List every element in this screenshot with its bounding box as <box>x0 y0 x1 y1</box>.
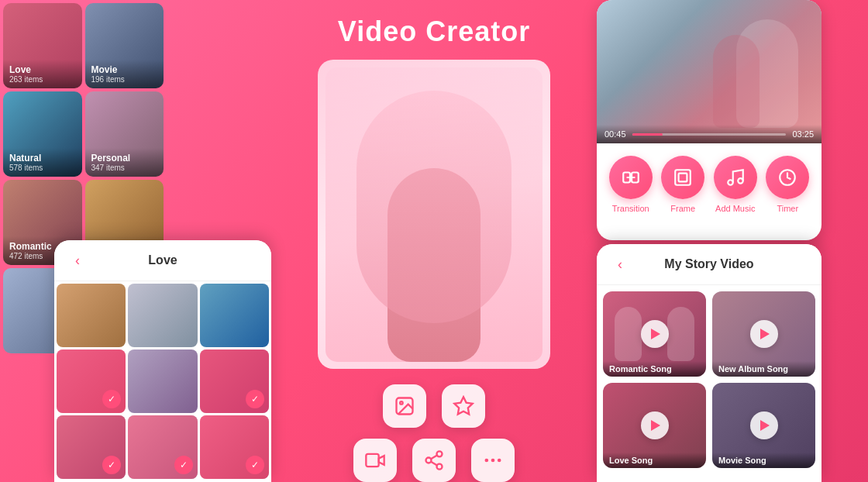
thumbnail-image <box>597 0 822 143</box>
star-icon <box>453 395 474 417</box>
tools-row: Transition Frame Add Music <box>597 143 822 219</box>
love-panel-back-button[interactable]: ‹ <box>67 250 88 271</box>
love-panel-header: ‹ Love <box>54 240 271 281</box>
timer-tool-button[interactable]: Timer <box>766 156 809 213</box>
category-natural-count: 578 items <box>9 164 76 172</box>
story-love-song[interactable]: Love Song <box>603 383 706 468</box>
timer-icon <box>777 167 797 188</box>
photo-item-9[interactable]: ✓ <box>200 415 269 479</box>
photo-item-1[interactable] <box>57 284 126 347</box>
video-thumbnail: 00:45 03:25 <box>597 0 822 143</box>
photo-item-5[interactable] <box>128 349 197 413</box>
photo-item-2[interactable] <box>128 284 197 347</box>
story-album-song[interactable]: New Album Song <box>712 291 815 377</box>
svg-marker-4 <box>379 456 384 465</box>
category-love[interactable]: Love 263 items <box>3 3 82 88</box>
story-video-panel: ‹ My Story Video Romantic Song New Album… <box>597 244 822 482</box>
check-icon-4: ✓ <box>174 456 193 474</box>
svg-point-1 <box>400 401 403 405</box>
video-icon <box>364 449 386 471</box>
progress-fill <box>632 133 663 136</box>
story-panel-title: My Story Video <box>631 257 787 271</box>
svg-point-18 <box>728 180 733 185</box>
svg-point-12 <box>498 459 501 463</box>
category-natural-name: Natural <box>9 153 76 164</box>
category-movie[interactable]: Movie 196 items <box>85 3 164 88</box>
photo-item-3[interactable] <box>200 284 269 347</box>
transition-icon <box>621 167 641 188</box>
music-label: Add Music <box>715 204 755 213</box>
music-icon-circle <box>714 156 757 199</box>
svg-rect-17 <box>679 174 687 182</box>
story-love-label: Love Song <box>603 453 706 468</box>
share-icon <box>423 449 445 471</box>
time-current: 00:45 <box>604 129 626 139</box>
photo-grid: ✓ ✓ ✓ ✓ ✓ <box>54 281 271 481</box>
timer-icon-circle <box>766 156 809 199</box>
time-bar: 00:45 03:25 <box>597 125 822 143</box>
app-title: Video Creator <box>338 15 530 48</box>
story-romantic-label: Romantic Song <box>603 361 706 377</box>
svg-line-8 <box>431 462 437 466</box>
more-button[interactable] <box>471 439 515 482</box>
photo-item-6[interactable]: ✓ <box>200 349 269 413</box>
story-romantic-song[interactable]: Romantic Song <box>603 291 706 377</box>
frame-label: Frame <box>670 204 695 213</box>
play-album-icon[interactable] <box>750 320 778 348</box>
category-personal-name: Personal <box>91 153 158 164</box>
share-button[interactable] <box>412 439 456 482</box>
love-panel-title: Love <box>88 253 237 267</box>
svg-rect-3 <box>366 454 378 467</box>
transition-label: Transition <box>612 204 649 213</box>
check-icon-5: ✓ <box>246 456 264 474</box>
svg-point-5 <box>437 451 443 456</box>
category-natural[interactable]: Natural 578 items <box>3 91 82 177</box>
play-movie-icon[interactable] <box>750 411 778 439</box>
story-panel-back-button[interactable]: ‹ <box>609 253 631 275</box>
photo-item-4[interactable]: ✓ <box>57 349 126 413</box>
category-personal-count: 347 items <box>91 164 158 172</box>
video-button[interactable] <box>353 439 397 482</box>
timer-label: Timer <box>777 204 798 213</box>
play-romantic-icon[interactable] <box>641 320 669 348</box>
svg-point-7 <box>437 464 443 470</box>
category-love-name: Love <box>9 64 76 75</box>
love-album-panel: ‹ Love ✓ ✓ ✓ <box>54 240 271 482</box>
story-grid: Romantic Song New Album Song Love Song M… <box>597 285 822 474</box>
svg-point-6 <box>426 458 432 463</box>
story-panel-header: ‹ My Story Video <box>597 244 822 285</box>
gallery-button[interactable] <box>383 384 426 428</box>
story-movie-song[interactable]: Movie Song <box>712 383 815 468</box>
time-total: 03:25 <box>792 129 814 139</box>
video-editor-panel: 00:45 03:25 Transition <box>597 0 822 240</box>
photo-item-8[interactable]: ✓ <box>128 415 197 479</box>
transition-tool-button[interactable]: Transition <box>609 156 653 213</box>
more-icon <box>482 449 504 471</box>
category-personal[interactable]: Personal 347 items <box>85 91 164 177</box>
transition-icon-circle <box>609 156 653 199</box>
check-icon-2: ✓ <box>246 390 264 408</box>
couple-silhouette <box>326 67 542 362</box>
video-action-row1 <box>383 384 485 428</box>
frame-tool-button[interactable]: Frame <box>661 156 704 213</box>
category-love-count: 263 items <box>9 75 76 84</box>
favorite-button[interactable] <box>442 384 485 428</box>
svg-point-10 <box>485 459 489 463</box>
category-movie-name: Movie <box>91 64 158 75</box>
music-tool-button[interactable]: Add Music <box>714 156 757 213</box>
photo-item-7[interactable]: ✓ <box>57 415 126 479</box>
frame-icon <box>673 167 693 188</box>
story-movie-label: Movie Song <box>712 453 815 468</box>
play-love-icon[interactable] <box>641 411 669 439</box>
video-action-row2 <box>353 439 515 482</box>
music-icon <box>725 167 746 188</box>
svg-rect-16 <box>676 170 691 185</box>
category-movie-count: 196 items <box>91 75 158 84</box>
center-panel: Video Creator <box>302 0 566 482</box>
svg-marker-2 <box>454 397 472 414</box>
svg-point-19 <box>738 178 743 184</box>
svg-line-9 <box>431 456 437 460</box>
video-preview <box>318 60 550 369</box>
svg-point-11 <box>491 459 495 463</box>
progress-bar[interactable] <box>632 133 787 136</box>
